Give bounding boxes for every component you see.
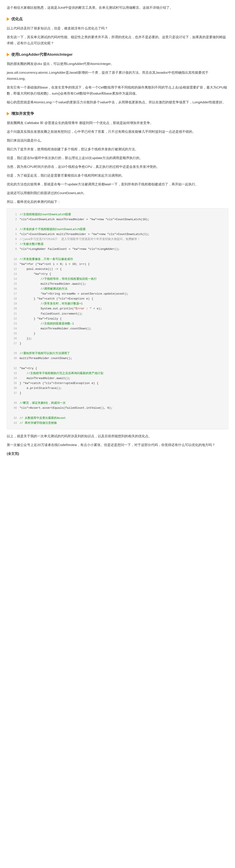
line-content: "cls">Assert.assertEquals(failedCount.in… <box>20 406 224 410</box>
line-content: //断言，保证失败9次，则成功一次 <box>20 401 224 406</box>
intro-text: 这个相信大家都比较熟悉，这就是JUnit中提供的断言工具类。在单元测试时可以用做… <box>7 4 228 10</box>
line-content: "cls">LongAdder failedCount = "kw">new "… <box>20 247 224 252</box>
code-line <box>11 361 224 366</box>
line-number: 21 <box>11 311 17 316</box>
line-content <box>20 410 224 415</box>
line-content: //java学习交流737251827 进入可领取学习资源及对十年开发经验大佬提… <box>20 237 224 242</box>
conclusion-p1: 以上，就是关于我的一次单元测试的代码所涉及到的知识点，以及目前所能想到的相关的优… <box>7 433 228 439</box>
line-number: 17 <box>11 291 17 296</box>
code-line: 1//主线程根据此CountDownLatch阻塞 <box>11 212 224 217</box>
code-line: 40"cls">Assert.assertEquals(failedCount.… <box>11 406 224 410</box>
line-number: 13 <box>11 272 17 276</box>
line-content: } "kw">catch ("cls">InterruptedException… <box>20 381 224 386</box>
code-line: 35} "kw">catch ("cls">InterruptedExcepti… <box>11 381 224 386</box>
code-line: 16 //调用被测试的方法 <box>11 286 224 291</box>
line-number: 23 <box>11 321 17 326</box>
line-content: } "kw">finally { <box>20 316 224 321</box>
line-content <box>20 396 224 401</box>
line-content: } <box>20 391 224 396</box>
line-number: 29 <box>11 351 17 356</box>
line-content <box>20 361 224 366</box>
line-number: 33 <box>11 371 17 376</box>
line-content: "kw">String streamNo = assetService.upda… <box>20 291 224 297</box>
line-number: 24 <box>11 326 17 331</box>
code-line: 36 e.printStackTrace(); <box>11 386 224 391</box>
line-content: //子线程等待，等待主线程通知后统一执行 <box>20 277 224 282</box>
code-line: 32"kw">try { <box>11 366 224 371</box>
line-content: //主线程等子线程都执行完之后后再询问最新的资产池计划 <box>20 371 224 376</box>
section2-p1: 我的朋友圈的网友@zkx 提出，可以使用LongAdder代替AtomicInt… <box>7 61 228 67</box>
line-number: 40 <box>11 406 17 410</box>
line-number: 42 <box>11 416 17 421</box>
line-content: mainThreadHolder.countDown(); <box>20 326 224 331</box>
line-content <box>20 346 224 351</box>
section3-header: 增加并发竞争 <box>7 111 228 117</box>
line-content: //失败次数计数器 <box>20 242 224 247</box>
code-line: 22 } "kw">finally { <box>11 316 224 321</box>
section2-p4: 核心的思想就是将AtomicLong一个value的更新压力分散到多个value… <box>7 99 228 105</box>
code-line: 17 "kw">String streamNo = assetService.u… <box>11 291 224 297</box>
line-number: 27 <box>11 341 17 346</box>
section3-p8: 优化的方法也比较简单，那就是在每一个update方法被调用之前都wait一下，直… <box>7 181 228 187</box>
code-line: 23 //主线程的阻塞器倒数-1 <box>11 321 224 326</box>
code-line: 29//通知所有子线程可以执行方法调用了 <box>11 351 224 356</box>
line-content: //调用被测试的方法 <box>20 286 224 291</box>
code-line: 18 } "kw">catch ("cls">Exception e) { <box>11 297 224 301</box>
line-content: // 再对关键字段做注意校验 <box>20 421 224 426</box>
section2-title: 使用LongAdder代替AtomicInteger <box>11 52 72 58</box>
code-line: 43// 再对关键字段做注意校验 <box>11 421 224 426</box>
code-line: 21 failedCount.increment(); <box>11 311 224 316</box>
line-number: 4 <box>11 227 17 232</box>
line-number: 18 <box>11 297 17 301</box>
line-content: //并发的多个子线程根据此CountDownLatch阻塞 <box>20 227 224 232</box>
code-line: 42// 从数据库中反查出最新的Asset <box>11 416 224 421</box>
line-content: multiThreadHolder.countDown(); <box>20 356 224 361</box>
line-content <box>20 222 224 227</box>
line-content: // 从数据库中反查出最新的Asset <box>20 416 224 421</box>
conclusion-p3: (全文完) <box>7 451 228 457</box>
code-line: 11"kw">for ("kw">int i = 0; i < 10; i++)… <box>11 262 224 267</box>
line-content: //通知所有子线程可以执行方法调用了 <box>20 351 224 356</box>
section1-header: 优化点 <box>7 16 228 23</box>
section3-p9: 这就还可以用都到我们前面讲过的CountDownLatch。 <box>7 190 228 196</box>
code-line <box>11 222 224 227</box>
code-line: 14 //子线程等待，等待主线程通知后统一执行 <box>11 277 224 282</box>
line-content: pool.execute(() -> { <box>20 267 224 272</box>
code-line: 27} <box>11 341 224 346</box>
line-content: //并发批量修改，只有一条可以修改成功 <box>20 257 224 262</box>
section3-p7: 但是，为了稳妥起见，我们还是需要尽量模拟出多个线程同时发起方法调用的。 <box>7 172 228 178</box>
code-line: 33 //主线程等子线程都执行完之后后再询问最新的资产池计划 <box>11 371 224 376</box>
line-number: 11 <box>11 262 17 267</box>
section1-title: 优化点 <box>11 16 23 23</box>
code-line <box>11 346 224 351</box>
line-content: "kw">try { <box>20 272 224 277</box>
line-number: 30 <box>11 356 17 361</box>
line-number: 19 <box>11 301 17 306</box>
line-content: System.out.println("Error : " + e); <box>20 306 224 311</box>
line-number: 22 <box>11 316 17 321</box>
line-content: multiThreadHolder.await(); <box>20 282 224 286</box>
triangle-icon <box>7 17 9 21</box>
line-number: 43 <box>11 421 17 425</box>
code-line: 19 //异常发生时，对失败计数器+1 <box>11 301 224 306</box>
line-number: 8 <box>11 247 17 251</box>
line-number: 1 <box>11 212 17 217</box>
line-number <box>11 252 17 252</box>
line-content <box>20 252 224 257</box>
line-number: 37 <box>11 391 17 396</box>
line-number: 34 <box>11 376 17 381</box>
line-number: 7 <box>11 242 17 247</box>
line-content: failedCount.increment(); <box>20 311 224 316</box>
code-line: 26 }); <box>11 336 224 341</box>
section2-header: 使用LongAdder代替AtomicInteger <box>7 52 228 58</box>
code-line: 7//失败次数计数器 <box>11 242 224 247</box>
line-number: 20 <box>11 306 17 311</box>
code-line: 30multiThreadHolder.countDown(); <box>11 356 224 361</box>
line-number <box>11 396 17 396</box>
line-content: //异常发生时，对失败计数器+1 <box>20 301 224 306</box>
section3-title: 增加并发竞争 <box>11 111 34 117</box>
code-line: 13 "kw">try { <box>11 272 224 277</box>
line-number: 5 <box>11 232 17 237</box>
code-line: 4//并发的多个子线程根据此CountDownLatch阻塞 <box>11 227 224 232</box>
section3-p5: 但是，我们是在for循环中依次执行的，那么理论上这10次update方法的调用是… <box>7 155 228 161</box>
